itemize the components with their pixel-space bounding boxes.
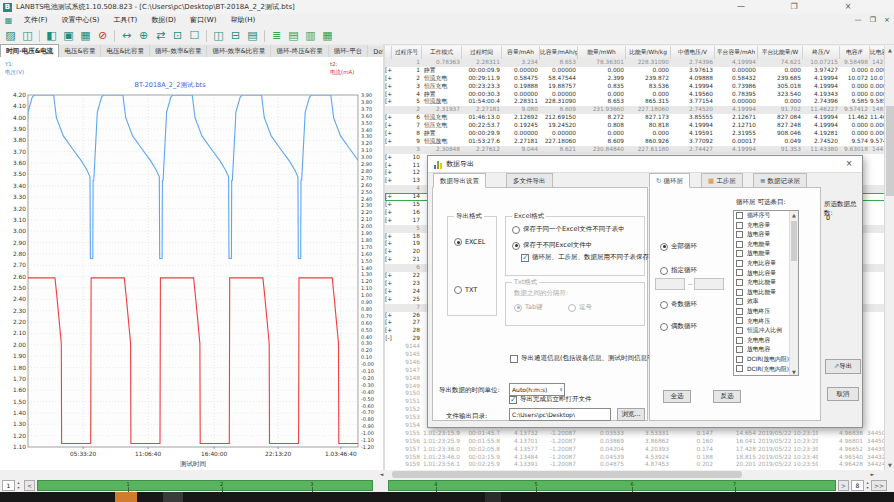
export-button[interactable]: ⇗导出: [825, 359, 861, 374]
expand-toggle[interactable]: [+]: [385, 327, 392, 335]
table-record-row[interactable]: 91551.01:23:15.900:01:45.74.13732-1.2008…: [385, 430, 894, 438]
view-tab-4[interactable]: 循环-效率&比容量: [207, 45, 271, 57]
data-grid-icon[interactable]: ▦: [320, 29, 335, 43]
specified-cycles-radio[interactable]: 指定循环: [660, 266, 697, 275]
expand-toggle[interactable]: [+]: [385, 217, 392, 225]
table-header-cell[interactable]: 平台容量/mAh: [715, 46, 758, 59]
item-checkbox[interactable]: [736, 337, 743, 344]
view-tab-6[interactable]: 循环-平台: [329, 45, 368, 57]
table-header-cell[interactable]: 能量/mWh: [578, 46, 626, 59]
comma-radio[interactable]: 逗号: [568, 303, 592, 312]
table-row[interactable]: [+]9恒流放电01:53:27.62.27181227.180608.6098…: [385, 138, 894, 146]
view-tab-1[interactable]: 电压&容量: [59, 45, 101, 57]
channel-prev-button[interactable]: <: [24, 480, 35, 491]
odd-cycles-radio[interactable]: 奇数循环: [660, 300, 697, 309]
cycle-from-input[interactable]: [655, 278, 685, 290]
expand-toggle[interactable]: [+]: [385, 114, 392, 122]
even-cycles-radio[interactable]: 偶数循环: [660, 322, 697, 331]
item-checkbox[interactable]: [736, 241, 743, 248]
right-channel-bar[interactable]: 4567: [388, 480, 836, 491]
table-summary-row[interactable]: 10.783632.283113.2348.65378.36301228.310…: [385, 59, 894, 67]
compare-split-icon[interactable]: ⇄: [153, 29, 168, 43]
table-row[interactable]: [+]4静置00:00:30.30.000000.000000.0000.000…: [385, 91, 894, 99]
same-file-radio[interactable]: 保存于同一个Excel文件不同子表中: [512, 225, 625, 234]
expand-toggle[interactable]: [+]: [385, 122, 392, 130]
table-summary-row[interactable]: 22.319372.271819.0808.609231.93660227.18…: [385, 106, 894, 114]
item-checkbox[interactable]: [736, 327, 743, 334]
table-row[interactable]: [+]1静置00:00:09.90.000000.000000.0000.000…: [385, 67, 894, 75]
tab-record-layer[interactable]: ≣ 数据记录层: [753, 173, 807, 188]
menu-item-3[interactable]: 数据(D): [144, 14, 183, 27]
maximize-button[interactable]: ❐: [781, 0, 807, 13]
tab-step-layer[interactable]: ▦ 工步层: [701, 173, 743, 188]
expand-toggle[interactable]: [+]: [385, 98, 392, 106]
cycle-to-input[interactable]: [694, 278, 724, 290]
expand-toggle[interactable]: [+]: [385, 67, 392, 75]
tab-export-settings[interactable]: 数据导出设置: [433, 173, 486, 188]
mdi-restore-button[interactable]: ❐: [866, 15, 880, 26]
item-checkbox[interactable]: [736, 222, 743, 229]
item-checkbox[interactable]: [736, 289, 743, 296]
scroll-up-icon[interactable]: ▲: [885, 46, 894, 55]
tab-cycle-layer[interactable]: ↻ 循环层: [649, 173, 690, 188]
output-dir-input[interactable]: C:\Users\pc\Desktop\: [509, 408, 611, 421]
all-cycles-radio[interactable]: 全部循环: [660, 242, 697, 251]
table-header-cell[interactable]: 工作模式: [422, 46, 462, 59]
table-record-row[interactable]: 91561.01:23:25.900:01:55.84.13701-1.2008…: [385, 438, 894, 446]
menu-item-4[interactable]: 窗口(W): [183, 14, 223, 27]
expand-toggle[interactable]: [+]: [385, 240, 392, 248]
excel-radio[interactable]: EXCEL: [454, 238, 485, 246]
table-header-cell[interactable]: 比容量/mAh/g: [540, 46, 578, 59]
channel-last-button[interactable]: >>: [871, 480, 887, 491]
item-checkbox[interactable]: [736, 231, 743, 238]
select-all-button[interactable]: 全选: [663, 390, 691, 403]
expand-toggle[interactable]: [+]: [385, 138, 392, 146]
item-checkbox[interactable]: [736, 346, 743, 353]
view-tab-2[interactable]: 电压&比容量: [101, 45, 150, 57]
cancel-button[interactable]: 取消: [827, 387, 859, 401]
invert-selection-button[interactable]: 反选: [713, 390, 741, 403]
different-files-radio[interactable]: 保存于不同Excel文件中: [512, 241, 592, 250]
expand-toggle[interactable]: [+]: [385, 256, 392, 264]
taskbar-app[interactable]: [485, 492, 501, 502]
menu-item-0[interactable]: 文件(F): [17, 14, 55, 27]
cycle-list-icon[interactable]: ≣: [269, 29, 284, 43]
close-button[interactable]: ×: [835, 0, 861, 13]
expand-toggle[interactable]: [-]: [385, 335, 392, 343]
scrollbar-thumb[interactable]: [886, 106, 894, 196]
menu-item-2[interactable]: 工具(T): [106, 14, 144, 27]
device-icon[interactable]: ◧: [44, 29, 59, 43]
record-list-icon[interactable]: ▥: [303, 29, 318, 43]
expand-toggle[interactable]: [+]: [385, 75, 392, 83]
menu-item-1[interactable]: 设置中心(S): [55, 14, 107, 27]
scroll-left-icon[interactable]: ◄: [377, 470, 386, 479]
table-summary-row[interactable]: 32.308482.276129.0448.621230.84840227.61…: [385, 146, 894, 154]
minimize-button[interactable]: —: [728, 0, 754, 13]
left-channel-bar[interactable]: 123: [37, 480, 373, 491]
left-channel-spinner[interactable]: 1: [2, 480, 15, 491]
tab-key-radio[interactable]: Tab键: [514, 303, 543, 312]
view-tab-3[interactable]: 循环-效率&容量: [150, 45, 207, 57]
zoom-area-icon[interactable]: ⊡: [170, 29, 185, 43]
item-checkbox[interactable]: [736, 365, 743, 372]
step-list-icon[interactable]: ▤: [286, 29, 301, 43]
browse-button[interactable]: 浏览...: [617, 408, 645, 421]
view-tab-5[interactable]: 循环-终压&容量: [271, 45, 328, 57]
expand-toggle[interactable]: [+]: [385, 169, 392, 177]
table-header-cell[interactable]: 过程时间: [462, 46, 502, 59]
dialog-close-icon[interactable]: ×: [842, 158, 856, 170]
expand-toggle[interactable]: [+]: [385, 296, 392, 304]
expand-toggle[interactable]: [+]: [385, 177, 392, 185]
taskbar-active-app[interactable]: [115, 492, 137, 502]
fit-all-icon[interactable]: ⊕: [136, 29, 151, 43]
expand-toggle[interactable]: [+]: [385, 319, 392, 327]
fit-width-icon[interactable]: ↔: [119, 29, 134, 43]
item-checkbox[interactable]: [736, 317, 743, 324]
view-tab-0[interactable]: 时间-电压&电流: [0, 44, 59, 57]
mdi-minimize-button[interactable]: —: [851, 15, 865, 26]
expand-toggle[interactable]: [+]: [385, 288, 392, 296]
tile-horizontal-icon[interactable]: ⊟: [228, 29, 243, 43]
table-row[interactable]: [+]3恒压充电00:23:23.30.1988819.887570.83583…: [385, 83, 894, 91]
open-after-checkbox[interactable]: 导出完成后立即打开文件: [509, 395, 592, 404]
save-icon[interactable]: ◫: [20, 29, 35, 43]
